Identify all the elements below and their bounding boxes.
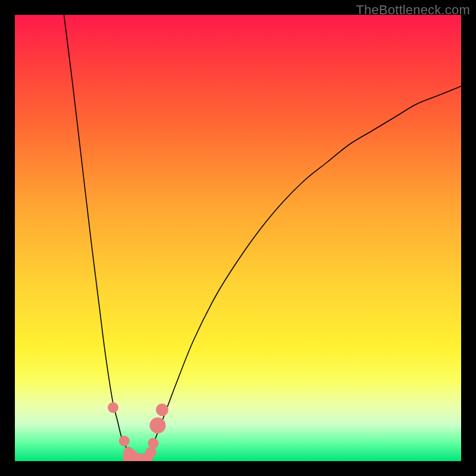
marker-dot bbox=[148, 438, 159, 449]
marker-dot bbox=[146, 447, 156, 458]
marker-dots bbox=[108, 402, 168, 461]
chart-area bbox=[15, 15, 461, 461]
curve-right-branch bbox=[136, 86, 462, 461]
watermark-text: TheBottleneck.com bbox=[356, 2, 470, 18]
marker-dot bbox=[156, 403, 168, 416]
marker-dot bbox=[119, 436, 130, 446]
marker-dot bbox=[150, 418, 166, 434]
bottleneck-curve-svg bbox=[15, 15, 461, 461]
marker-dot bbox=[108, 402, 118, 413]
curve-left-branch bbox=[64, 15, 136, 461]
